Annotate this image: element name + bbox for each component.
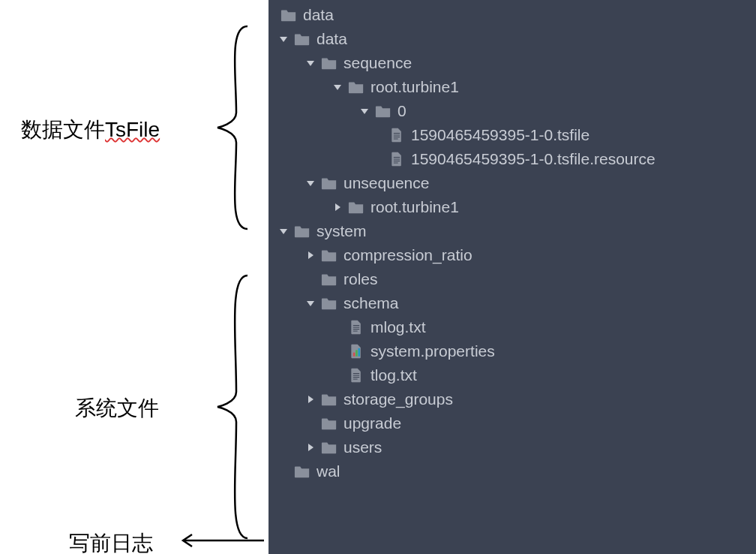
file-tree-panel: datadatasequenceroot.turbine101590465459… (268, 0, 756, 554)
tree-item-label: root.turbine1 (370, 198, 459, 216)
tree-item-label: tlog.txt (370, 366, 417, 384)
folder-icon (348, 199, 364, 215)
chevron-down-icon[interactable] (358, 107, 370, 116)
svg-marker-4 (361, 109, 368, 114)
chevron-down-icon[interactable] (304, 179, 316, 188)
annotation-wal: 写前日志 (69, 529, 153, 554)
tree-item-label: data (303, 6, 334, 24)
tree-item-label: schema (344, 294, 399, 312)
folder-icon (321, 295, 338, 312)
tree-row[interactable]: 0 (268, 99, 756, 123)
tree-item-label: users (344, 438, 382, 456)
chevron-right-icon[interactable] (304, 443, 316, 452)
svg-marker-2 (307, 61, 314, 66)
brace-system (210, 272, 255, 542)
tree-row[interactable]: root.turbine1 (268, 75, 756, 99)
folder-icon (321, 175, 338, 191)
svg-marker-3 (334, 85, 341, 90)
tree-item-label: roles (344, 270, 378, 288)
tree-row[interactable]: wal (268, 459, 756, 483)
svg-marker-7 (280, 229, 287, 234)
tree-item-label: system (316, 222, 367, 240)
tree-row[interactable]: users (268, 435, 756, 459)
folder-icon (280, 7, 297, 23)
tree-row[interactable]: sequence (268, 51, 756, 75)
tree-row[interactable]: schema (268, 291, 756, 315)
file-icon (348, 367, 364, 384)
tree-row[interactable]: storage_groups (268, 387, 756, 411)
tree-item-label: root.turbine1 (370, 78, 459, 96)
tree-row[interactable]: root.turbine1 (268, 195, 756, 219)
tree-item-label: unsequence (344, 174, 429, 192)
tree-item-label: 0 (398, 102, 406, 120)
properties-file-icon (348, 343, 364, 360)
svg-marker-14 (308, 444, 314, 451)
tree-item-label: wal (316, 462, 340, 480)
tree-row[interactable]: mlog.txt (268, 315, 756, 339)
tree-row[interactable]: data (268, 27, 756, 51)
tree-item-label: data (316, 30, 347, 48)
tree-row[interactable]: upgrade (268, 411, 756, 435)
folder-icon (321, 247, 338, 263)
file-icon (388, 127, 405, 143)
tree-item-label: storage_groups (344, 390, 453, 408)
svg-marker-9 (307, 301, 314, 306)
tree-row[interactable]: system (268, 219, 756, 243)
tree-row[interactable]: system.properties (268, 339, 756, 363)
folder-icon (321, 271, 338, 288)
tree-item-label: mlog.txt (370, 318, 426, 336)
chevron-down-icon[interactable] (278, 35, 290, 44)
svg-rect-11 (356, 350, 358, 356)
tree-item-label: 1590465459395-1-0.tsfile (411, 126, 590, 144)
tree-item-label: upgrade (344, 414, 401, 432)
tree-row[interactable]: data (268, 3, 756, 27)
folder-icon (321, 439, 338, 456)
annotation-tsfile-prefix: 数据文件 (21, 118, 105, 141)
tree-item-label: sequence (344, 54, 412, 72)
chevron-right-icon[interactable] (332, 203, 344, 212)
tree-row[interactable]: 1590465459395-1-0.tsfile.resource (268, 147, 756, 171)
folder-icon (294, 463, 310, 480)
tree-row[interactable]: roles (268, 267, 756, 291)
tree-row[interactable]: 1590465459395-1-0.tsfile (268, 123, 756, 147)
tree-row[interactable]: unsequence (268, 171, 756, 195)
svg-rect-12 (358, 348, 361, 357)
chevron-right-icon[interactable] (304, 251, 316, 260)
chevron-down-icon[interactable] (278, 227, 290, 236)
svg-rect-10 (353, 353, 356, 357)
folder-icon (321, 391, 338, 408)
folder-icon (375, 103, 392, 119)
arrow-wal (176, 533, 266, 548)
svg-marker-1 (280, 37, 287, 42)
annotation-tsfile-suffix: TsFile (105, 118, 160, 141)
svg-marker-5 (307, 181, 314, 186)
tree-item-label: 1590465459395-1-0.tsfile.resource (411, 150, 656, 168)
annotation-tsfile: 数据文件TsFile (21, 116, 160, 144)
svg-marker-8 (308, 251, 314, 259)
tree-item-label: compression_ratio (344, 246, 472, 264)
file-icon (388, 151, 405, 167)
folder-icon (294, 31, 310, 47)
svg-marker-6 (335, 203, 340, 211)
chevron-down-icon[interactable] (332, 83, 344, 92)
folder-icon (321, 55, 338, 71)
folder-icon (294, 223, 310, 239)
chevron-down-icon[interactable] (304, 59, 316, 68)
folder-icon (321, 415, 338, 432)
svg-marker-13 (308, 396, 314, 403)
chevron-right-icon[interactable] (304, 395, 316, 404)
tree-row[interactable]: compression_ratio (268, 243, 756, 267)
brace-tsfile (210, 23, 255, 233)
tree-item-label: system.properties (370, 342, 495, 360)
chevron-down-icon[interactable] (304, 299, 316, 308)
folder-icon (348, 79, 364, 95)
annotation-system: 系统文件 (75, 394, 159, 423)
file-icon (348, 319, 364, 336)
tree-row[interactable]: tlog.txt (268, 363, 756, 387)
